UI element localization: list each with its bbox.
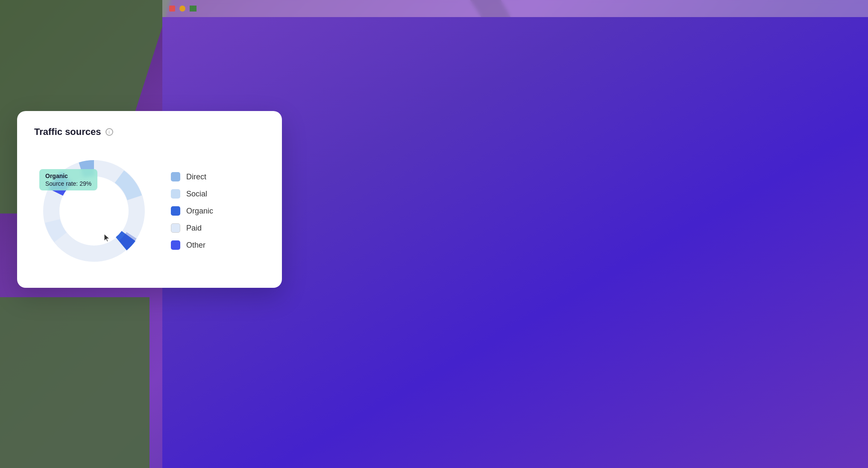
- legend-label-paid: Paid: [186, 224, 202, 233]
- legend-swatch-other: [171, 240, 180, 250]
- minimize-button[interactable]: [179, 6, 185, 12]
- legend-label-social: Social: [186, 190, 207, 199]
- legend-swatch-paid: [171, 223, 180, 233]
- legend-label-direct: Direct: [186, 173, 206, 181]
- legend-swatch-organic: [171, 206, 180, 216]
- titlebar: [162, 0, 868, 17]
- maximize-button[interactable]: [190, 6, 196, 12]
- traffic-sources-card: Traffic sources i: [17, 111, 282, 288]
- chart-legend: Direct Social Organic Paid Other: [171, 172, 213, 250]
- legend-swatch-social: [171, 189, 180, 199]
- legend-item-direct: Direct: [171, 172, 213, 181]
- card-body: Organic Source rate: 29% Direct Social O…: [34, 151, 265, 271]
- legend-item-social: Social: [171, 189, 213, 199]
- legend-item-organic: Organic: [171, 206, 213, 216]
- donut-svg: [34, 151, 154, 271]
- close-button[interactable]: [169, 6, 175, 12]
- legend-swatch-direct: [171, 172, 180, 181]
- legend-item-paid: Paid: [171, 223, 213, 233]
- bg-corner-bottom-left: [0, 297, 150, 468]
- card-title: Traffic sources: [34, 126, 101, 137]
- legend-item-other: Other: [171, 240, 213, 250]
- card-header: Traffic sources i: [34, 126, 265, 137]
- info-icon[interactable]: i: [106, 128, 113, 136]
- legend-label-organic: Organic: [186, 207, 213, 216]
- donut-chart: Organic Source rate: 29%: [34, 151, 154, 271]
- svg-point-6: [63, 180, 125, 242]
- legend-label-other: Other: [186, 241, 205, 250]
